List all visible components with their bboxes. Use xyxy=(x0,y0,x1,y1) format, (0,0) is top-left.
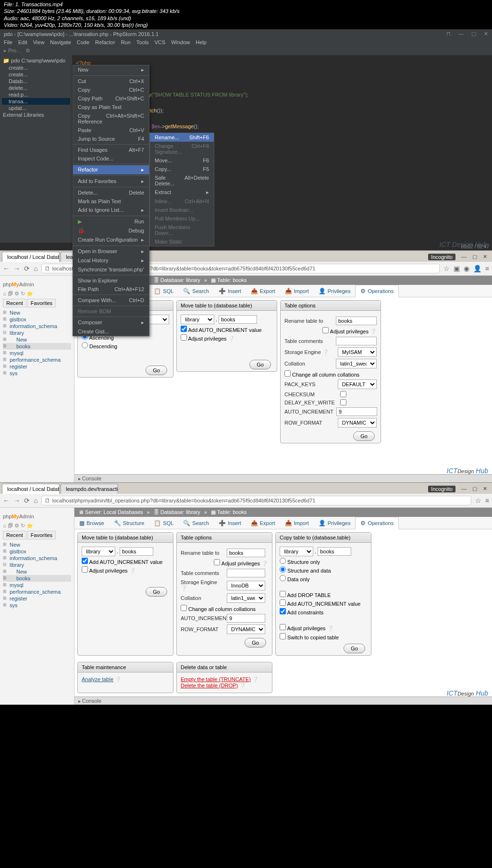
menu-vcs[interactable]: VCS xyxy=(155,39,166,45)
favorites-tab[interactable]: Favorites xyxy=(27,299,56,307)
ctx-file-path[interactable]: File PathCtrl+Alt+F12 xyxy=(73,285,149,293)
rowformat-select[interactable]: DYNAMIC xyxy=(227,624,265,634)
adjust-priv-check[interactable]: Adjust privileges ❔ xyxy=(280,624,367,632)
tree-gistbox[interactable]: gistbox xyxy=(3,548,71,555)
menu-icon[interactable]: ≡ xyxy=(485,497,489,504)
tree-sys[interactable]: sys xyxy=(3,370,71,377)
ctx-favorites[interactable]: Add to Favorites▸ xyxy=(73,177,149,186)
data-only-radio[interactable]: Data only xyxy=(280,575,367,582)
add-autoinc-check[interactable]: Add AUTO_INCREMENT value xyxy=(82,558,169,565)
autoinc-input[interactable] xyxy=(227,614,265,623)
analyze-link[interactable]: Analyze table xyxy=(82,676,113,682)
project-root[interactable]: 📁 pdo C:\wamp\www\pdo xyxy=(2,57,70,64)
rename-input[interactable] xyxy=(336,317,377,325)
adjust-priv-check[interactable]: Adjust privileges ❔ xyxy=(82,566,169,574)
bc-table[interactable]: ▦ Table: books xyxy=(211,277,247,283)
go-button[interactable]: Go xyxy=(146,366,167,375)
toolbar-settings-icon[interactable]: ⚙ xyxy=(25,48,30,54)
tab-import[interactable]: 📥 Import xyxy=(280,285,314,297)
tree-books[interactable]: books xyxy=(3,575,71,582)
file-item[interactable]: delete... xyxy=(2,85,70,91)
file-item-selected[interactable]: transa... xyxy=(2,98,70,105)
drop-link[interactable]: Delete the table (DROP) xyxy=(181,683,238,688)
ctx-sync[interactable]: Synchronize 'transation.php' xyxy=(73,265,149,274)
menu-navigate[interactable]: Navigate xyxy=(50,39,71,45)
ctx-composer[interactable]: Composer▸ xyxy=(73,318,149,327)
go-button[interactable]: Go xyxy=(245,638,266,648)
sub-rename[interactable]: Rename...Shift+F6 xyxy=(150,133,214,142)
move-table-input[interactable] xyxy=(120,547,153,556)
pma-icons[interactable]: ⌂ 🗐 ⚙ ↻ ⭐ xyxy=(3,523,71,529)
ctx-run[interactable]: ▶ Run xyxy=(73,217,149,226)
go-button[interactable]: Go xyxy=(146,587,167,597)
menu-help[interactable]: Help xyxy=(196,39,207,45)
minimize-icon[interactable]: — xyxy=(458,31,464,37)
tree-new[interactable]: New xyxy=(3,309,71,316)
reload-icon[interactable]: ⟳ xyxy=(24,497,30,504)
context-menu[interactable]: New▸ CutCtrl+X CopyCtrl+C Copy PathCtrl+… xyxy=(73,65,149,336)
sub-copy[interactable]: Copy...F5 xyxy=(150,165,214,173)
desc-radio[interactable]: Descending xyxy=(82,343,117,349)
move-db-select[interactable]: library xyxy=(181,315,214,324)
tab-operations[interactable]: ⚙ Operations xyxy=(355,517,399,529)
rename-input[interactable] xyxy=(227,549,265,557)
tree-gistbox[interactable]: gistbox xyxy=(3,316,71,323)
ctx-find-usages[interactable]: Find UsagesAlt+F7 xyxy=(73,146,149,154)
star-icon[interactable]: ☆ xyxy=(475,497,481,504)
ctx-cut[interactable]: CutCtrl+X xyxy=(73,77,149,86)
tree-mysql[interactable]: mysql xyxy=(3,582,71,588)
adjust-priv-check[interactable]: Adjust privileges ❔ xyxy=(181,334,273,342)
tree-library[interactable]: library xyxy=(3,330,71,336)
ctx-inspect[interactable]: Inspect Code... xyxy=(73,154,149,163)
change-collations-check[interactable]: Change all column collations xyxy=(181,605,268,612)
external-libraries[interactable]: External Libraries xyxy=(2,111,70,118)
home-icon[interactable]: ⌂ xyxy=(34,497,37,504)
pma-sidebar[interactable]: phpMyAdmin ⌂ 🗐 ⚙ ↻ ⭐ RecentFavorites New… xyxy=(0,276,74,482)
file-item[interactable]: read.p... xyxy=(2,91,70,98)
pma-sidebar[interactable]: phpMyAdmin ⌂ 🗐 ⚙ ↻ ⭐ RecentFavorites New… xyxy=(0,508,74,705)
struct-only-radio[interactable]: Structure only xyxy=(280,558,367,565)
tree-register[interactable]: register xyxy=(3,595,71,602)
switch-check[interactable]: Switch to copied table xyxy=(280,633,367,640)
minimize-icon[interactable]: — xyxy=(461,486,467,492)
console-bar[interactable]: ▸ Console xyxy=(74,697,492,705)
close-icon[interactable]: ✕ xyxy=(483,486,487,492)
menu-run[interactable]: Run xyxy=(121,39,131,45)
ctx-open-browser[interactable]: Open in Browser▸ xyxy=(73,247,149,256)
reload-icon[interactable]: ⟳ xyxy=(24,265,30,272)
pma-icons[interactable]: ⌂ 🗐 ⚙ ↻ ⭐ xyxy=(3,291,71,297)
forward-icon[interactable]: → xyxy=(13,265,20,272)
tree-sys[interactable]: sys xyxy=(3,602,71,609)
tree-perf-schema[interactable]: performance_schema xyxy=(3,356,71,363)
ctx-copy[interactable]: CopyCtrl+C xyxy=(73,86,149,94)
tree-mysql[interactable]: mysql xyxy=(3,350,71,356)
collation-select[interactable]: latin1_swedish_ci xyxy=(227,593,265,603)
profile-icon[interactable]: 👤 xyxy=(473,265,481,272)
ctx-delete[interactable]: Delete...Delete xyxy=(73,188,149,197)
url-input[interactable]: 🗋 localhost/phpmyadmin/tbl_operations.ph… xyxy=(41,496,471,505)
move-table-input[interactable] xyxy=(219,315,257,324)
tab-insert[interactable]: ➕ Insert xyxy=(214,285,246,297)
engine-select[interactable]: MyISAM xyxy=(338,347,377,357)
tab-search[interactable]: 🔍 Search xyxy=(178,285,214,297)
file-item[interactable]: updat... xyxy=(2,105,70,111)
ctx-copy-plain[interactable]: Copy as Plain Text xyxy=(73,103,149,111)
adjust-priv-check[interactable]: Adjust privileges ❔ xyxy=(181,559,268,567)
ctx-mark-plain[interactable]: Mark as Plain Text xyxy=(73,197,149,206)
back-icon[interactable]: ← xyxy=(3,497,10,504)
menu-edit[interactable]: Edit xyxy=(18,39,27,45)
menu-icon[interactable]: ≡ xyxy=(485,265,489,272)
file-item[interactable]: create... xyxy=(2,71,70,78)
comments-input[interactable] xyxy=(336,337,377,345)
star-icon[interactable]: ☆ xyxy=(443,265,450,272)
packkeys-select[interactable]: DEFAULT xyxy=(338,379,377,389)
tab-export[interactable]: 📤 Export xyxy=(246,285,280,297)
copy-db-select[interactable]: library xyxy=(280,547,313,556)
go-button[interactable]: Go xyxy=(344,644,365,653)
ctx-compare[interactable]: Compare With...Ctrl+D xyxy=(73,296,149,305)
move-db-select[interactable]: library xyxy=(82,547,115,556)
collation-select[interactable]: latin1_swedish_ci xyxy=(336,359,377,368)
minimize-icon[interactable]: — xyxy=(461,254,467,260)
ctx-local-history[interactable]: Local History▸ xyxy=(73,256,149,265)
ctx-refactor[interactable]: Refactor▸ xyxy=(73,165,149,174)
